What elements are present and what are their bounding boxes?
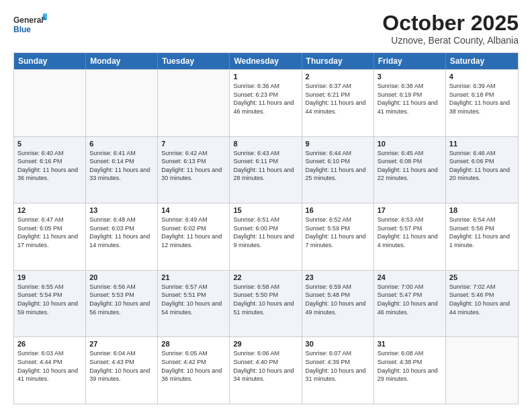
cell-day-number: 10 (378, 140, 442, 148)
cal-cell: 23Sunrise: 6:59 AM Sunset: 5:48 PM Dayli… (302, 271, 374, 337)
calendar: SundayMondayTuesdayWednesdayThursdayFrid… (13, 52, 519, 404)
cell-day-number: 28 (161, 340, 226, 348)
cal-cell: 15Sunrise: 6:51 AM Sunset: 6:00 PM Dayli… (230, 203, 302, 270)
cell-day-number: 16 (306, 206, 370, 214)
title-block: October 2025 Uznove, Berat County, Alban… (382, 12, 519, 46)
cal-header-cell-sunday: Sunday (14, 53, 86, 69)
cell-day-number: 18 (449, 206, 515, 214)
cell-info: Sunrise: 6:55 AM Sunset: 5:54 PM Dayligh… (17, 283, 82, 316)
logo: General Blue (13, 12, 47, 40)
cal-cell: 4Sunrise: 6:39 AM Sunset: 6:18 PM Daylig… (446, 70, 518, 136)
cell-day-number: 2 (306, 73, 370, 81)
logo-svg: General Blue (13, 12, 47, 40)
cell-day-number: 29 (233, 340, 298, 348)
cal-cell: 22Sunrise: 6:58 AM Sunset: 5:50 PM Dayli… (230, 271, 302, 337)
cell-info: Sunrise: 6:05 AM Sunset: 4:42 PM Dayligh… (161, 349, 226, 383)
cell-info: Sunrise: 6:44 AM Sunset: 6:10 PM Dayligh… (306, 149, 370, 183)
page-header: General Blue October 2025 Uznove, Berat … (13, 12, 519, 46)
cal-cell: 27Sunrise: 6:04 AM Sunset: 4:43 PM Dayli… (86, 337, 158, 404)
cell-info: Sunrise: 6:03 AM Sunset: 4:44 PM Dayligh… (17, 349, 82, 383)
cell-info: Sunrise: 6:59 AM Sunset: 5:48 PM Dayligh… (306, 283, 370, 316)
calendar-body: 1Sunrise: 6:36 AM Sunset: 6:23 PM Daylig… (14, 69, 518, 404)
cell-day-number: 15 (233, 206, 298, 214)
cell-day-number: 24 (378, 273, 442, 281)
cal-cell: 9Sunrise: 6:44 AM Sunset: 6:10 PM Daylig… (302, 137, 374, 203)
cal-cell: 20Sunrise: 6:56 AM Sunset: 5:53 PM Dayli… (86, 271, 158, 337)
cell-info: Sunrise: 6:58 AM Sunset: 5:50 PM Dayligh… (233, 283, 298, 316)
cell-info: Sunrise: 7:00 AM Sunset: 5:47 PM Dayligh… (378, 283, 442, 316)
cell-day-number: 27 (89, 340, 154, 348)
cal-cell: 5Sunrise: 6:40 AM Sunset: 6:16 PM Daylig… (14, 137, 86, 203)
cell-info: Sunrise: 6:57 AM Sunset: 5:51 PM Dayligh… (161, 283, 226, 316)
cell-info: Sunrise: 6:36 AM Sunset: 6:23 PM Dayligh… (233, 82, 298, 116)
cell-day-number: 6 (89, 140, 154, 148)
cal-week-4: 19Sunrise: 6:55 AM Sunset: 5:54 PM Dayli… (14, 270, 518, 337)
cal-header-cell-thursday: Thursday (302, 53, 374, 69)
cal-cell: 10Sunrise: 6:45 AM Sunset: 6:08 PM Dayli… (374, 137, 446, 203)
cell-day-number: 17 (378, 206, 442, 214)
cell-day-number: 1 (233, 73, 298, 81)
cell-info: Sunrise: 6:56 AM Sunset: 5:53 PM Dayligh… (89, 283, 154, 316)
cell-day-number: 20 (89, 273, 154, 281)
cal-cell: 2Sunrise: 6:37 AM Sunset: 6:21 PM Daylig… (302, 70, 374, 136)
cal-header-cell-saturday: Saturday (446, 53, 518, 69)
cell-day-number: 21 (161, 273, 226, 281)
cell-info: Sunrise: 6:08 AM Sunset: 4:38 PM Dayligh… (378, 349, 442, 383)
cal-cell: 17Sunrise: 6:53 AM Sunset: 5:57 PM Dayli… (374, 203, 446, 270)
cell-day-number: 31 (378, 340, 442, 348)
svg-text:General: General (13, 15, 44, 25)
cell-info: Sunrise: 6:53 AM Sunset: 5:57 PM Dayligh… (378, 216, 442, 249)
cell-day-number: 26 (17, 340, 82, 348)
cell-info: Sunrise: 6:54 AM Sunset: 5:56 PM Dayligh… (449, 216, 515, 249)
cell-info: Sunrise: 6:40 AM Sunset: 6:16 PM Dayligh… (17, 149, 82, 183)
cal-cell: 14Sunrise: 6:49 AM Sunset: 6:02 PM Dayli… (158, 203, 230, 270)
cal-cell: 18Sunrise: 6:54 AM Sunset: 5:56 PM Dayli… (446, 203, 518, 270)
title-month: October 2025 (382, 12, 519, 34)
cell-info: Sunrise: 6:52 AM Sunset: 5:59 PM Dayligh… (306, 216, 370, 249)
cal-cell (446, 337, 518, 404)
cell-day-number: 19 (17, 273, 82, 281)
cell-info: Sunrise: 6:06 AM Sunset: 4:40 PM Dayligh… (233, 349, 298, 383)
cell-info: Sunrise: 6:43 AM Sunset: 6:11 PM Dayligh… (233, 149, 298, 183)
cal-header-cell-friday: Friday (374, 53, 446, 69)
cal-cell: 30Sunrise: 6:07 AM Sunset: 4:39 PM Dayli… (302, 337, 374, 404)
cell-day-number: 14 (161, 206, 226, 214)
cal-cell: 13Sunrise: 6:48 AM Sunset: 6:03 PM Dayli… (86, 203, 158, 270)
cell-day-number: 5 (17, 140, 82, 148)
cal-header-cell-monday: Monday (86, 53, 158, 69)
cell-info: Sunrise: 6:48 AM Sunset: 6:03 PM Dayligh… (89, 216, 154, 249)
cal-cell: 6Sunrise: 6:41 AM Sunset: 6:14 PM Daylig… (86, 137, 158, 203)
cell-day-number: 4 (449, 73, 515, 81)
cell-day-number: 12 (17, 206, 82, 214)
cell-info: Sunrise: 6:42 AM Sunset: 6:13 PM Dayligh… (161, 149, 226, 183)
cal-cell: 16Sunrise: 6:52 AM Sunset: 5:59 PM Dayli… (302, 203, 374, 270)
cell-info: Sunrise: 6:39 AM Sunset: 6:18 PM Dayligh… (449, 82, 515, 116)
cal-cell: 24Sunrise: 7:00 AM Sunset: 5:47 PM Dayli… (374, 271, 446, 337)
cal-cell: 7Sunrise: 6:42 AM Sunset: 6:13 PM Daylig… (158, 137, 230, 203)
cell-day-number: 30 (306, 340, 370, 348)
cell-day-number: 8 (233, 140, 298, 148)
cal-cell: 28Sunrise: 6:05 AM Sunset: 4:42 PM Dayli… (158, 337, 230, 404)
cell-day-number: 23 (306, 273, 370, 281)
cell-day-number: 13 (89, 206, 154, 214)
svg-text:Blue: Blue (13, 25, 31, 34)
calendar-header-row: SundayMondayTuesdayWednesdayThursdayFrid… (14, 53, 518, 69)
cell-day-number: 3 (378, 73, 442, 81)
cell-info: Sunrise: 7:02 AM Sunset: 5:46 PM Dayligh… (449, 283, 515, 316)
cell-day-number: 25 (449, 273, 515, 281)
cal-cell: 31Sunrise: 6:08 AM Sunset: 4:38 PM Dayli… (374, 337, 446, 404)
cell-info: Sunrise: 6:37 AM Sunset: 6:21 PM Dayligh… (306, 82, 370, 116)
cell-info: Sunrise: 6:49 AM Sunset: 6:02 PM Dayligh… (161, 216, 226, 249)
cal-cell: 21Sunrise: 6:57 AM Sunset: 5:51 PM Dayli… (158, 271, 230, 337)
cal-week-3: 12Sunrise: 6:47 AM Sunset: 6:05 PM Dayli… (14, 203, 518, 270)
cal-week-1: 1Sunrise: 6:36 AM Sunset: 6:23 PM Daylig… (14, 69, 518, 136)
cal-week-2: 5Sunrise: 6:40 AM Sunset: 6:16 PM Daylig… (14, 136, 518, 203)
cell-info: Sunrise: 6:45 AM Sunset: 6:08 PM Dayligh… (378, 149, 442, 183)
cal-cell: 12Sunrise: 6:47 AM Sunset: 6:05 PM Dayli… (14, 203, 86, 270)
cell-info: Sunrise: 6:41 AM Sunset: 6:14 PM Dayligh… (89, 149, 154, 183)
cal-cell: 25Sunrise: 7:02 AM Sunset: 5:46 PM Dayli… (446, 271, 518, 337)
cal-header-cell-wednesday: Wednesday (230, 53, 302, 69)
cal-header-cell-tuesday: Tuesday (158, 53, 230, 69)
cell-info: Sunrise: 6:51 AM Sunset: 6:00 PM Dayligh… (233, 216, 298, 249)
cell-day-number: 7 (161, 140, 226, 148)
